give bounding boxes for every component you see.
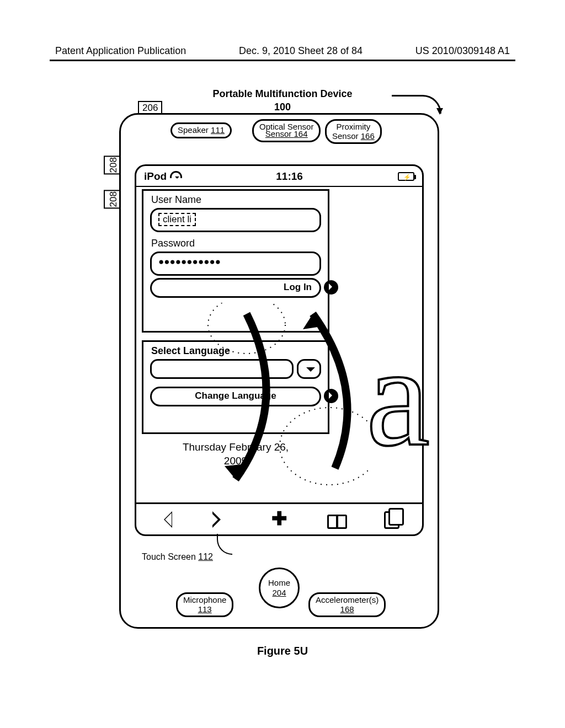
add-icon[interactable]: ✚ — [270, 511, 289, 528]
header-left: Patent Application Publication — [55, 45, 186, 57]
clock-label: 11:16 — [276, 170, 303, 183]
login-button[interactable]: Log In — [150, 278, 321, 298]
proximity-num: Sensor 166 — [332, 132, 375, 141]
go-icon-2 — [324, 389, 338, 403]
carrier-label: iPod — [144, 170, 181, 183]
accel-text: Accelerometer(s) — [316, 596, 379, 605]
username-label: User Name — [143, 191, 328, 206]
home-button[interactable]: Home 204 — [259, 568, 300, 608]
proximity-sensor-label: Proximity Sensor 166 — [325, 119, 382, 144]
home-num: 204 — [260, 588, 298, 598]
pages-icon[interactable] — [384, 511, 403, 528]
date-display: Thursday February 26, 2009 — [136, 441, 335, 468]
password-label: Password — [143, 234, 328, 249]
speaker-label: Speaker 111 — [170, 122, 232, 138]
username-field[interactable]: client li — [150, 208, 321, 232]
header-rule — [50, 60, 515, 61]
header-right: US 2010/0309148 A1 — [415, 45, 510, 57]
password-value: ●●●●●●●●●●● — [158, 256, 221, 267]
screen-content: a User Name client li Password ●●●●●●●●●… — [136, 187, 422, 502]
wifi-icon — [170, 172, 181, 181]
touch-screen-label: Touch Screen 112 — [142, 552, 213, 562]
bottom-toolbar: ✚ — [136, 502, 422, 534]
device-frame: Speaker 111 Optical Sensor Sensor 164 Pr… — [119, 113, 439, 629]
date-line2: 2009 — [136, 454, 335, 468]
language-select[interactable] — [150, 359, 321, 379]
language-panel: Select Language Change Language — [142, 340, 329, 434]
optical-sensor-label: Optical Sensor Sensor 164 — [252, 119, 321, 142]
accelerometer-label: Accelerometer(s) 168 — [308, 592, 386, 617]
accel-num: 168 — [316, 605, 379, 614]
mic-text: Microphone — [183, 596, 226, 605]
change-language-button[interactable]: Change Language — [150, 387, 321, 406]
chevron-down-icon — [297, 359, 321, 379]
select-language-label: Select Language — [143, 342, 328, 357]
forward-icon[interactable] — [212, 511, 231, 528]
optical-num: Sensor 164 — [259, 130, 313, 139]
battery-icon: ⚡ — [398, 172, 414, 181]
mic-num: 113 — [183, 605, 226, 614]
username-value: client li — [158, 213, 196, 226]
header-center: Dec. 9, 2010 Sheet 28 of 84 — [239, 45, 363, 57]
proximity-text: Proximity — [332, 122, 375, 132]
home-label: Home — [260, 578, 298, 588]
microphone-label: Microphone 113 — [176, 592, 233, 617]
touch-screen[interactable]: iPod 11:16 ⚡ a User Name client li Passw… — [135, 164, 424, 536]
password-field[interactable]: ●●●●●●●●●●● — [150, 251, 321, 276]
change-language-label: Change Language — [195, 390, 276, 401]
date-line1: Thursday February 26, — [136, 441, 335, 454]
touch-screen-lead — [217, 534, 232, 555]
device-number: 100 — [0, 101, 565, 113]
background-letter: a — [366, 314, 430, 479]
login-button-label: Log In — [284, 282, 312, 292]
figure-label: Figure 5U — [0, 645, 565, 657]
status-bar: iPod 11:16 ⚡ — [136, 166, 422, 187]
device-title: Portable Multifunction Device — [0, 88, 565, 100]
speaker-text: Speaker — [178, 125, 209, 135]
back-icon[interactable] — [156, 511, 174, 528]
login-panel: User Name client li Password ●●●●●●●●●●●… — [142, 189, 329, 333]
go-icon — [324, 280, 338, 295]
language-select-value — [150, 359, 294, 379]
bookmarks-icon[interactable] — [327, 511, 346, 528]
speaker-num: 111 — [211, 125, 225, 135]
